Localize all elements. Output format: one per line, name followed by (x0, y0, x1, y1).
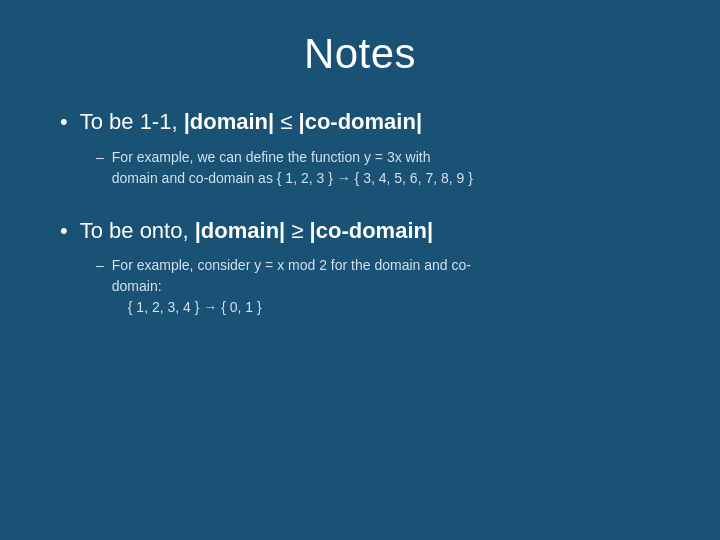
sub-dash-marker-2: – (96, 255, 104, 276)
bullet-dot-2: • (60, 217, 68, 246)
bullet-1-sub-text: For example, we can define the function … (112, 147, 473, 189)
bullet-2-text: To be onto, |domain| ≥ |co-domain| (80, 217, 433, 246)
bullet-section-1: • To be 1-1, |domain| ≤ |co-domain| – Fo… (60, 108, 660, 189)
bullet-dot-1: • (60, 108, 68, 137)
bullet-2-sub-text: For example, consider y = x mod 2 for th… (112, 255, 471, 318)
bullet-2-set: { 1, 2, 3, 4 } → { 0, 1 } (128, 299, 262, 315)
bullet-1-main: • To be 1-1, |domain| ≤ |co-domain| (60, 108, 660, 137)
bullet-2-sub: – For example, consider y = x mod 2 for … (96, 255, 660, 318)
bullet-1-sub: – For example, we can define the functio… (96, 147, 660, 189)
bullet-1-sub-dash: – For example, we can define the functio… (96, 147, 660, 189)
bullet-2-sub-dash: – For example, consider y = x mod 2 for … (96, 255, 660, 318)
sub-dash-marker-1: – (96, 147, 104, 168)
bullet-1-text: To be 1-1, |domain| ≤ |co-domain| (80, 108, 422, 137)
bullet-section-2: • To be onto, |domain| ≥ |co-domain| – F… (60, 217, 660, 319)
bullet-2-main: • To be onto, |domain| ≥ |co-domain| (60, 217, 660, 246)
page-title: Notes (60, 30, 660, 78)
